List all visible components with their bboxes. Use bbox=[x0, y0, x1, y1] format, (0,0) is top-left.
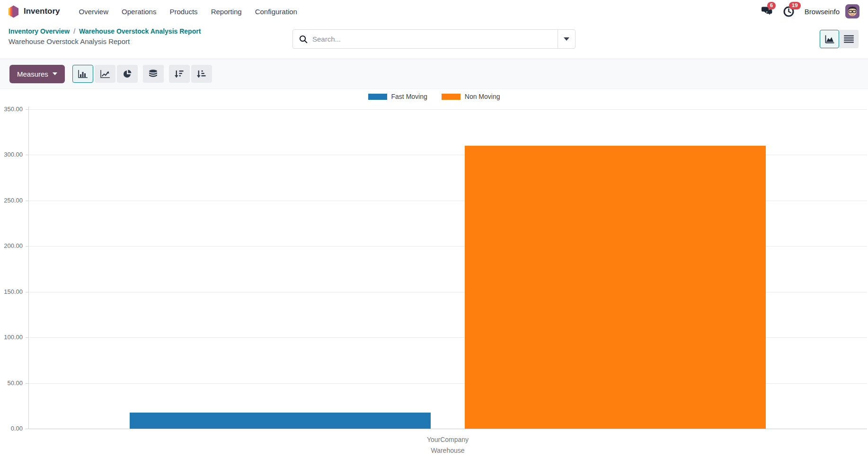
nav-item-configuration[interactable]: Configuration bbox=[248, 3, 304, 20]
gridline bbox=[28, 109, 867, 110]
activities-button[interactable]: 19 bbox=[783, 5, 795, 18]
app-name: Inventory bbox=[24, 7, 60, 16]
database-stack-icon bbox=[149, 70, 158, 78]
line-chart-button[interactable] bbox=[95, 65, 115, 83]
bar-non-moving[interactable] bbox=[465, 146, 766, 429]
search-icon bbox=[293, 35, 312, 44]
user-menu[interactable]: Browseinfo bbox=[805, 4, 859, 18]
search-input[interactable] bbox=[312, 35, 558, 43]
graph-toolbar: Measures bbox=[0, 59, 868, 89]
sort-amount-desc-icon bbox=[175, 70, 184, 78]
measures-button[interactable]: Measures bbox=[9, 65, 65, 83]
activities-badge: 19 bbox=[789, 2, 801, 9]
top-navbar: Inventory Overview Operations Products R… bbox=[0, 0, 868, 23]
measures-label: Measures bbox=[17, 70, 48, 78]
y-axis-label: 0.00 bbox=[0, 425, 23, 432]
y-axis-label: 250.00 bbox=[0, 197, 23, 204]
bar-chart-button[interactable] bbox=[72, 65, 93, 83]
list-icon bbox=[844, 35, 854, 43]
sort-ascending-button[interactable] bbox=[191, 65, 212, 83]
bar-fast-moving[interactable] bbox=[130, 413, 431, 429]
nav-item-operations[interactable]: Operations bbox=[115, 3, 163, 20]
search-bar bbox=[292, 29, 576, 49]
y-axis-label: 350.00 bbox=[0, 106, 23, 113]
chart-area: Fast MovingNon Moving 0.0050.00100.00150… bbox=[0, 89, 868, 458]
nav-item-overview[interactable]: Overview bbox=[72, 3, 115, 20]
y-axis-line bbox=[28, 106, 29, 429]
y-axis-label: 150.00 bbox=[0, 288, 23, 295]
control-panel: Inventory Overview / Warehouse Overstock… bbox=[0, 23, 868, 59]
chart-plot: 0.0050.00100.00150.00200.00250.00300.003… bbox=[0, 89, 868, 458]
app-switcher[interactable]: Inventory bbox=[7, 5, 60, 18]
line-chart-icon bbox=[100, 70, 110, 78]
search-dropdown-toggle[interactable] bbox=[558, 30, 575, 48]
user-name: Browseinfo bbox=[805, 8, 840, 16]
chevron-down-icon bbox=[564, 37, 569, 41]
sort-descending-button[interactable] bbox=[169, 65, 190, 83]
avatar[interactable] bbox=[845, 4, 859, 18]
messages-badge: 6 bbox=[767, 2, 776, 9]
inventory-app-icon bbox=[7, 5, 19, 18]
graph-view-button[interactable] bbox=[820, 30, 839, 48]
y-axis-label: 50.00 bbox=[0, 379, 23, 387]
pie-chart-icon bbox=[123, 70, 132, 78]
bar-chart-icon bbox=[78, 70, 88, 78]
x-axis-category-label: YourCompanyWarehouse bbox=[353, 434, 542, 456]
view-switcher bbox=[820, 30, 859, 48]
nav-item-reporting[interactable]: Reporting bbox=[204, 3, 248, 20]
y-axis-tick bbox=[26, 429, 28, 429]
caret-down-icon bbox=[53, 72, 57, 75]
y-axis-label: 100.00 bbox=[0, 334, 23, 341]
area-chart-icon bbox=[825, 35, 834, 44]
breadcrumb-separator: / bbox=[73, 27, 75, 35]
sort-amount-asc-icon bbox=[197, 70, 206, 78]
messages-button[interactable]: 6 bbox=[761, 5, 773, 18]
nav-item-products[interactable]: Products bbox=[163, 3, 204, 20]
list-view-button[interactable] bbox=[839, 30, 859, 48]
pie-chart-button[interactable] bbox=[117, 65, 138, 83]
y-axis-label: 300.00 bbox=[0, 151, 23, 158]
breadcrumb-current-link[interactable]: Warehouse Overstock Analysis Report bbox=[79, 27, 201, 35]
breadcrumb-parent-link[interactable]: Inventory Overview bbox=[9, 27, 70, 35]
stacked-toggle-button[interactable] bbox=[143, 65, 164, 83]
gridline bbox=[28, 429, 867, 429]
y-axis-label: 200.00 bbox=[0, 242, 23, 249]
